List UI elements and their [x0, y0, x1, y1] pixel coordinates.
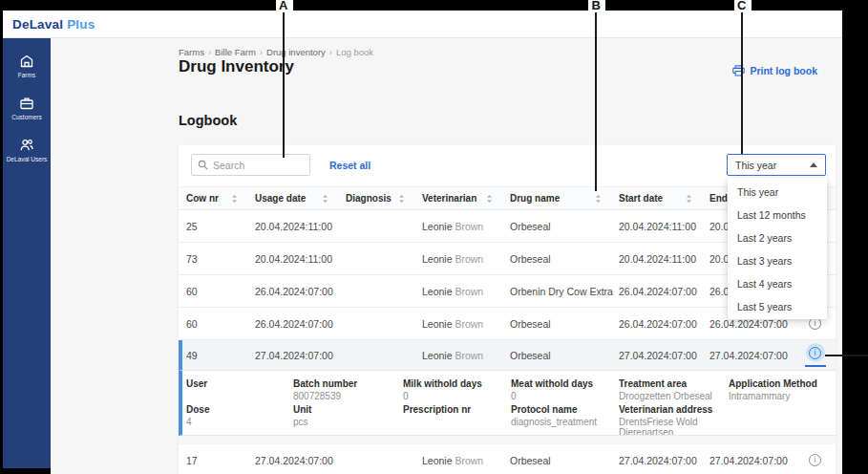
column-header-cow-nr[interactable]: Cow nr — [186, 193, 255, 204]
column-header-diagnosis[interactable]: Diagnosis — [346, 193, 422, 204]
logo-accent: Plus — [67, 17, 95, 32]
detail-field-protocol-name: Protocol namediagnosis_treatment — [511, 404, 619, 427]
reset-all-button[interactable]: Reset all — [329, 160, 370, 171]
callout-line-c — [741, 12, 743, 154]
column-header-start-date[interactable]: Start date — [619, 193, 709, 204]
info-icon-active-bg: i — [806, 343, 825, 362]
briefcase-icon — [19, 96, 34, 111]
sort-icon[interactable] — [322, 194, 328, 204]
print-log-book-label: Print log book — [750, 65, 817, 76]
sort-icon[interactable] — [595, 194, 602, 204]
cell-veterinarian: Leonie Brown — [422, 253, 510, 265]
detail-field-batch-number: Batch number800728539 — [293, 378, 403, 401]
search-box[interactable] — [191, 154, 310, 176]
detail-field-treatment-area: Treatment areaDroogzetten Orbeseal — [619, 378, 729, 401]
cell-start-date: 20.04.2024:11:00 — [619, 253, 709, 265]
detail-column: Meat withold days0Protocol namediagnosis… — [511, 378, 619, 436]
detail-field-dose: Dose4 — [186, 404, 293, 427]
vet-first-name: Leonie — [422, 350, 453, 361]
detail-field-label: Protocol name — [511, 404, 619, 415]
row-detail-panel: UserDose4Batch number800728539UnitpcsMil… — [179, 371, 836, 436]
detail-field-label: Application Method — [729, 378, 836, 389]
cell-drug-name: Orbeseal — [510, 221, 619, 232]
cell-usage-date: 20.04.2024:11:00 — [255, 221, 346, 232]
vet-last-name: Brown — [453, 253, 484, 265]
sidebar-item-delaval-users[interactable]: DeLaval Users — [3, 138, 51, 162]
column-header-veterinarian[interactable]: Veterinarian — [422, 193, 510, 204]
range-option[interactable]: Last 3 years — [728, 249, 827, 272]
breadcrumb-item-farms[interactable]: Farms — [179, 47, 204, 57]
cell-usage-date: 27.04.2024:07:00 — [255, 455, 346, 466]
detail-field-value — [186, 391, 286, 401]
cell-start-date: 27.04.2024:07:00 — [619, 350, 709, 361]
detail-field-label: Treatment area — [619, 378, 729, 389]
sidebar-item-label: Customers — [11, 114, 41, 120]
sort-icon[interactable] — [686, 194, 692, 204]
column-header-label: Diagnosis — [346, 193, 392, 204]
sort-icon[interactable] — [231, 194, 238, 204]
vet-first-name: Leonie — [422, 318, 453, 330]
column-header-label: Drug name — [510, 193, 560, 204]
range-option[interactable]: Last 2 years — [728, 226, 827, 249]
detail-field-label: Unit — [293, 404, 403, 415]
cell-veterinarian: Leonie Brown — [422, 318, 510, 330]
cell-start-date: 20.04.2024:11:00 — [619, 221, 709, 232]
logo-primary: DeLaval — [12, 17, 63, 32]
page-title: Drug Inventory — [179, 57, 294, 76]
vet-last-name: Brown — [453, 350, 484, 361]
cell-drug-name: Orbeseal — [510, 455, 619, 466]
cell-veterinarian: Leonie Brown — [422, 350, 510, 361]
detail-field-label: Meat withold days — [511, 378, 619, 389]
date-range-selected-value: This year — [735, 160, 776, 171]
cell-start-date: 26.04.2024:07:00 — [619, 318, 709, 330]
column-header-usage-date[interactable]: Usage date — [255, 193, 346, 204]
sidebar-item-farms[interactable]: Farms — [3, 54, 51, 78]
cell-start-date: 26.04.2024:07:00 — [619, 286, 709, 297]
search-input[interactable] — [213, 160, 299, 171]
vet-last-name: Brown — [453, 318, 484, 330]
detail-column: Batch number800728539Unitpcs — [293, 378, 403, 436]
vet-first-name: Leonie — [422, 253, 453, 265]
cell-end-date: 26.04.2024:07:00 — [709, 318, 794, 330]
detail-field-label: Dose — [186, 404, 293, 415]
vet-first-name: Leonie — [422, 286, 453, 297]
info-icon[interactable]: i — [809, 454, 821, 466]
cell-veterinarian: Leonie Brown — [422, 286, 510, 297]
breadcrumb-item-drug-inventory[interactable]: Drug inventory — [266, 47, 326, 57]
print-log-book-button[interactable]: Print log book — [732, 65, 817, 76]
detail-field-prescription-nr: Prescription nr — [403, 404, 511, 427]
sort-icon[interactable] — [486, 194, 493, 204]
vet-first-name: Leonie — [422, 221, 453, 232]
sort-icon[interactable] — [398, 194, 405, 204]
detail-field-value: 0 — [511, 391, 611, 401]
cell-veterinarian: Leonie Brown — [422, 455, 510, 466]
delaval-plus-logo[interactable]: DeLaval Plus — [12, 17, 95, 32]
sidebar-item-customers[interactable]: Customers — [3, 96, 51, 120]
table-row-expanded[interactable]: 4927.04.2024:07:00Leonie BrownOrbeseal27… — [179, 340, 836, 371]
info-icon[interactable]: i — [809, 347, 821, 359]
breadcrumb-separator: › — [329, 47, 332, 57]
detail-field-label: User — [186, 378, 293, 389]
chevron-up-icon — [810, 162, 817, 167]
detail-field-value: 0 — [403, 391, 503, 401]
range-option[interactable]: Last 4 years — [728, 272, 827, 295]
breadcrumb-item-bille-farm[interactable]: Bille Farm — [215, 47, 256, 57]
sidebar-nav: Farms Customers DeLaval Users — [3, 38, 51, 468]
table-row[interactable]: 1727.04.2024:07:00Leonie BrownOrbeseal27… — [179, 444, 836, 474]
cell-drug-name: Orbeseal — [510, 350, 619, 361]
cell-start-date: 27.04.2024:07:00 — [619, 455, 709, 466]
callout-line-a — [283, 12, 285, 158]
printer-icon — [732, 65, 745, 76]
detail-field-value: Droogzetten Orbeseal — [619, 391, 721, 401]
main-content: Farms›Bille Farm›Drug inventory›Log book… — [51, 38, 842, 474]
detail-field-application-method: Application MethodIntramammary — [729, 378, 836, 401]
expanded-row-gap — [179, 436, 836, 444]
cell-end-date: 27.04.2024:07:00 — [709, 455, 794, 466]
range-option[interactable]: This year — [728, 181, 827, 204]
date-range-select[interactable]: This year — [727, 154, 826, 176]
logbook-section-title: Logbook — [179, 113, 237, 128]
column-header-drug-name[interactable]: Drug name — [510, 193, 619, 204]
cell-info: i — [794, 454, 836, 466]
range-option[interactable]: Last 12 months — [728, 204, 827, 226]
range-option[interactable]: Last 5 years — [728, 295, 827, 318]
